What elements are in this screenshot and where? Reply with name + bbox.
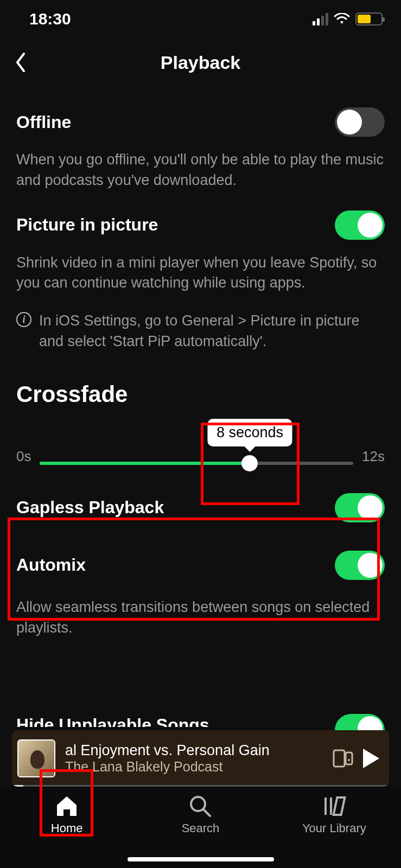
hide-unplayable-label-partial: Hide Unplayable Songs (16, 715, 233, 727)
home-indicator[interactable] (128, 857, 274, 861)
play-icon[interactable] (363, 749, 379, 768)
tab-bar: Home Search Your Library (0, 787, 401, 868)
gapless-label: Gapless Playback (16, 497, 164, 518)
pip-info-row: i In iOS Settings, go to General > Pictu… (16, 303, 385, 368)
now-playing-bar[interactable]: al Enjoyment vs. Personal Gain The Lana … (12, 730, 389, 787)
svg-rect-0 (334, 750, 345, 767)
now-playing-artwork (17, 739, 55, 777)
automix-description: Allow seamless transitions between songs… (16, 594, 385, 648)
back-icon[interactable] (15, 53, 26, 72)
crossfade-tooltip: 8 seconds (208, 419, 292, 446)
crossfade-slider-container: 0s 8 seconds 12s (16, 414, 385, 479)
now-playing-subtitle: The Lana Blakely Podcast (65, 759, 323, 775)
pip-info-text: In iOS Settings, go to General > Picture… (39, 311, 385, 352)
page-title: Playback (0, 52, 401, 73)
search-icon (188, 794, 212, 817)
svg-line-4 (203, 809, 210, 816)
gapless-row: Gapless Playback (16, 479, 385, 537)
pip-row: Picture in picture (16, 201, 385, 250)
library-icon (322, 794, 346, 817)
tab-home[interactable]: Home (18, 794, 116, 868)
pip-description: Shrink video in a mini player when you l… (16, 250, 385, 304)
pip-label: Picture in picture (16, 215, 158, 235)
offline-label: Offline (16, 112, 71, 132)
offline-toggle[interactable] (335, 107, 385, 137)
wifi-icon (334, 13, 350, 25)
svg-rect-1 (346, 752, 352, 764)
tab-library-label: Your Library (302, 821, 366, 835)
tab-library[interactable]: Your Library (285, 794, 383, 868)
battery-icon (355, 12, 383, 25)
tab-search-label: Search (182, 821, 220, 835)
crossfade-max-label: 12s (362, 448, 385, 465)
status-indicators (313, 12, 383, 25)
info-icon: i (16, 312, 31, 327)
gapless-toggle[interactable] (335, 493, 385, 522)
svg-point-2 (348, 759, 350, 761)
status-time: 18:30 (29, 10, 71, 28)
settings-content: Offline When you go offline, you'll only… (0, 87, 401, 648)
now-playing-text: al Enjoyment vs. Personal Gain The Lana … (65, 742, 323, 775)
automix-label: Automix (16, 555, 86, 575)
cellular-icon (313, 13, 328, 25)
pip-toggle[interactable] (335, 210, 385, 240)
home-icon (55, 794, 79, 817)
offline-description: When you go offline, you'll only be able… (16, 146, 385, 201)
automix-toggle[interactable] (335, 551, 385, 580)
connect-device-icon[interactable] (333, 749, 353, 768)
tab-home-label: Home (51, 821, 83, 835)
crossfade-heading: Crossfade (16, 368, 385, 414)
status-bar: 18:30 (0, 0, 401, 38)
offline-row: Offline (16, 98, 385, 146)
now-playing-title: al Enjoyment vs. Personal Gain (65, 742, 323, 759)
automix-row: Automix (16, 537, 385, 594)
nav-header: Playback (0, 38, 401, 87)
crossfade-min-label: 0s (16, 448, 31, 465)
crossfade-slider[interactable]: 8 seconds (40, 462, 353, 465)
crossfade-slider-thumb[interactable] (241, 455, 258, 471)
